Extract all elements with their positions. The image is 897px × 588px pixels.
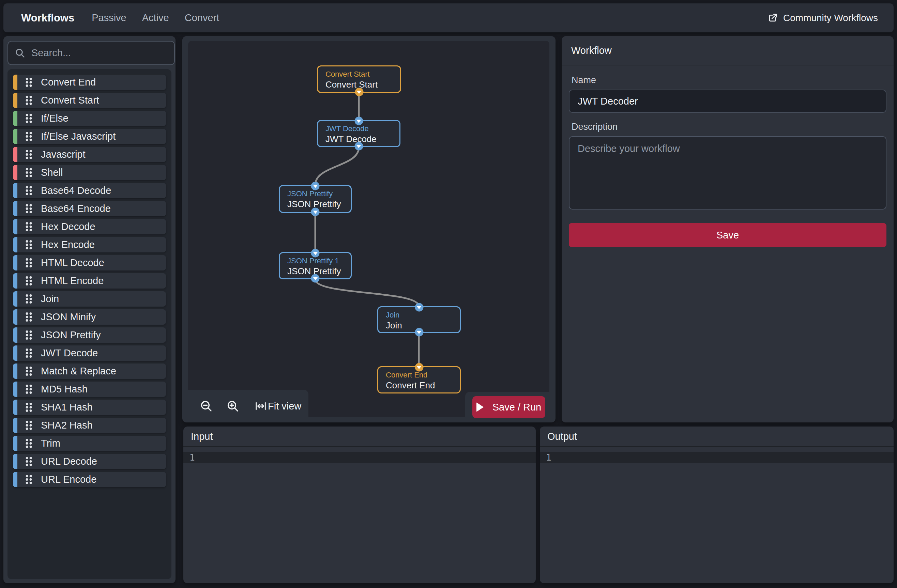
- drag-handle-icon[interactable]: [25, 185, 33, 196]
- drag-handle-icon[interactable]: [25, 221, 33, 232]
- sidebar-item-join[interactable]: Join: [13, 291, 166, 307]
- flow-node-join[interactable]: Join Join: [377, 306, 461, 333]
- sidebar-item-convert-start[interactable]: Convert Start: [13, 93, 166, 108]
- drag-handle-icon[interactable]: [25, 203, 33, 214]
- flow-node-jwt-decode[interactable]: JWT Decode JWT Decode: [317, 120, 400, 147]
- sidebar-item-hex-decode[interactable]: Hex Decode: [13, 219, 166, 234]
- sidebar-item-if-else-javascript[interactable]: If/Else Javascript: [13, 129, 166, 144]
- drag-handle-icon[interactable]: [25, 312, 33, 322]
- sidebar-item-json-minify[interactable]: JSON Minify: [13, 309, 166, 325]
- chevron-down-icon: [357, 91, 361, 94]
- drag-handle-icon[interactable]: [25, 347, 33, 359]
- save-run-button[interactable]: Save / Run: [472, 396, 545, 418]
- fit-view-button[interactable]: Fit view: [255, 401, 301, 412]
- flow-node-json-prettify[interactable]: JSON Prettify JSON Prettify: [279, 185, 352, 213]
- workflow-description-textarea[interactable]: [569, 136, 886, 209]
- search-input[interactable]: [31, 47, 167, 59]
- sidebar-item-label: Shell: [41, 167, 63, 178]
- node-handle-bottom[interactable]: [311, 274, 320, 283]
- item-color-stripe: [13, 400, 17, 415]
- zoom-in-button[interactable]: [219, 394, 246, 418]
- drag-handle-icon[interactable]: [25, 420, 33, 431]
- flow-node-convert-start[interactable]: Convert Start Convert Start: [317, 66, 401, 93]
- sidebar-item-if-else[interactable]: If/Else: [13, 111, 166, 126]
- top-navbar: Workflows Passive Active Convert Communi…: [3, 3, 894, 32]
- flow-edges: [188, 41, 550, 417]
- nav-tab-convert[interactable]: Convert: [185, 12, 219, 23]
- drag-handle-icon[interactable]: [25, 402, 33, 413]
- nav-tab-passive[interactable]: Passive: [92, 12, 126, 23]
- description-label: Description: [571, 122, 886, 132]
- drag-handle-icon[interactable]: [25, 293, 33, 305]
- sidebar-item-label: URL Encode: [41, 474, 96, 485]
- drag-handle-icon[interactable]: [25, 365, 33, 377]
- block-sidebar: Convert End Convert Start If/Else If/Els…: [3, 36, 176, 583]
- node-handle-bottom[interactable]: [415, 328, 423, 337]
- workflow-settings-panel: Workflow Name Description Save: [562, 36, 894, 422]
- flow-canvas[interactable]: Convert Start Convert Start JWT Decode J…: [188, 41, 550, 417]
- nav-tab-active[interactable]: Active: [142, 12, 169, 23]
- sidebar-item-hex-encode[interactable]: Hex Encode: [13, 237, 166, 252]
- sidebar-item-url-decode[interactable]: URL Decode: [13, 454, 166, 469]
- block-list: Convert End Convert Start If/Else If/Els…: [8, 69, 171, 579]
- sidebar-item-base64-decode[interactable]: Base64 Decode: [13, 183, 166, 198]
- fit-view-label: Fit view: [268, 401, 301, 412]
- nav-brand-workflows[interactable]: Workflows: [21, 12, 74, 24]
- sidebar-item-convert-end[interactable]: Convert End: [13, 75, 166, 90]
- fit-view-icon: [255, 401, 266, 411]
- drag-handle-icon[interactable]: [25, 239, 33, 250]
- item-color-stripe: [13, 93, 17, 108]
- drag-handle-icon[interactable]: [25, 167, 33, 178]
- drag-handle-icon[interactable]: [25, 113, 33, 124]
- drag-handle-icon[interactable]: [25, 76, 33, 88]
- sidebar-item-json-prettify[interactable]: JSON Prettify: [13, 327, 166, 343]
- node-handle-top[interactable]: [415, 363, 423, 372]
- sidebar-item-md5-hash[interactable]: MD5 Hash: [13, 382, 166, 397]
- sidebar-item-url-encode[interactable]: URL Encode: [13, 472, 166, 487]
- flow-node-convert-end[interactable]: Convert End Convert End: [377, 366, 461, 394]
- output-line-number: 1: [546, 452, 551, 463]
- drag-handle-icon[interactable]: [25, 474, 33, 485]
- sidebar-item-javascript[interactable]: Javascript: [13, 147, 166, 162]
- output-editor[interactable]: 1: [540, 447, 894, 583]
- node-handle-bottom[interactable]: [311, 208, 320, 216]
- node-handle-top[interactable]: [311, 249, 320, 258]
- sidebar-item-label: If/Else: [41, 113, 69, 124]
- sidebar-item-base64-encode[interactable]: Base64 Encode: [13, 201, 166, 216]
- drag-handle-icon[interactable]: [25, 95, 33, 106]
- flow-node-json-prettify-1[interactable]: JSON Prettify 1 JSON Prettify: [279, 252, 352, 279]
- sidebar-item-label: Trim: [41, 438, 60, 449]
- sidebar-item-trim[interactable]: Trim: [13, 436, 166, 451]
- drag-handle-icon[interactable]: [25, 330, 33, 341]
- sidebar-item-sha1-hash[interactable]: SHA1 Hash: [13, 400, 166, 415]
- workflow-name-input[interactable]: [569, 90, 886, 113]
- output-active-line: 1: [540, 452, 894, 463]
- chevron-down-icon: [417, 306, 422, 309]
- sidebar-item-html-decode[interactable]: HTML Decode: [13, 255, 166, 270]
- drag-handle-icon[interactable]: [25, 275, 33, 287]
- sidebar-item-jwt-decode[interactable]: JWT Decode: [13, 345, 166, 361]
- node-title: Convert Start: [326, 70, 400, 79]
- chevron-down-icon: [313, 252, 318, 255]
- community-workflows-link[interactable]: Community Workflows: [767, 12, 878, 23]
- drag-handle-icon[interactable]: [25, 383, 33, 395]
- drag-handle-icon[interactable]: [25, 257, 33, 269]
- input-editor[interactable]: 1: [183, 447, 536, 583]
- drag-handle-icon[interactable]: [25, 456, 33, 467]
- sidebar-item-sha2-hash[interactable]: SHA2 Hash: [13, 418, 166, 433]
- save-button[interactable]: Save: [569, 223, 886, 247]
- zoom-out-button[interactable]: [193, 394, 219, 418]
- drag-handle-icon[interactable]: [25, 149, 33, 160]
- sidebar-item-shell[interactable]: Shell: [13, 165, 166, 180]
- node-handle-top[interactable]: [354, 117, 363, 125]
- node-handle-bottom[interactable]: [355, 88, 363, 96]
- drag-handle-icon[interactable]: [25, 131, 33, 142]
- drag-handle-icon[interactable]: [25, 438, 33, 449]
- node-handle-top[interactable]: [415, 303, 423, 312]
- sidebar-item-html-encode[interactable]: HTML Encode: [13, 273, 166, 289]
- sidebar-item-match-replace[interactable]: Match & Replace: [13, 363, 166, 379]
- node-handle-top[interactable]: [311, 182, 320, 191]
- node-title: JSON Prettify 1: [287, 257, 351, 266]
- node-handle-bottom[interactable]: [354, 142, 363, 151]
- item-color-stripe: [13, 345, 17, 361]
